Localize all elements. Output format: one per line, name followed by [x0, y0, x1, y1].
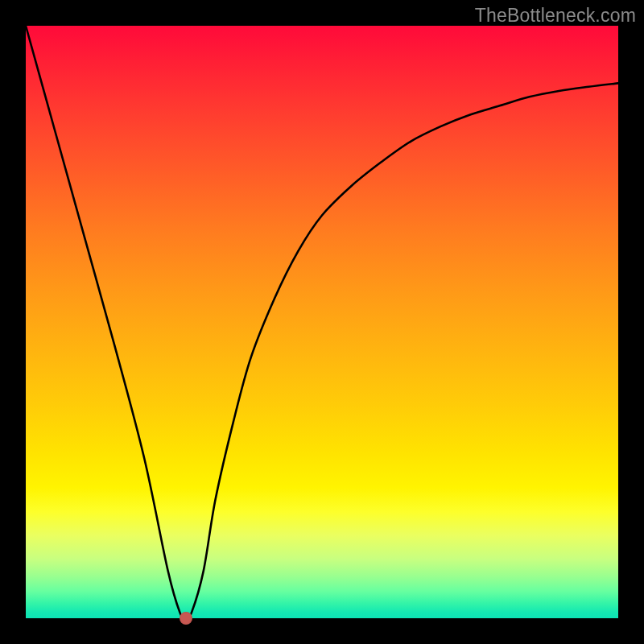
optimal-point-marker: [180, 612, 192, 625]
plot-area: [26, 26, 618, 618]
watermark-text: TheBottleneck.com: [475, 5, 636, 27]
chart-frame: TheBottleneck.com: [0, 0, 644, 644]
curve-path: [26, 26, 618, 618]
bottleneck-curve: [26, 26, 618, 618]
